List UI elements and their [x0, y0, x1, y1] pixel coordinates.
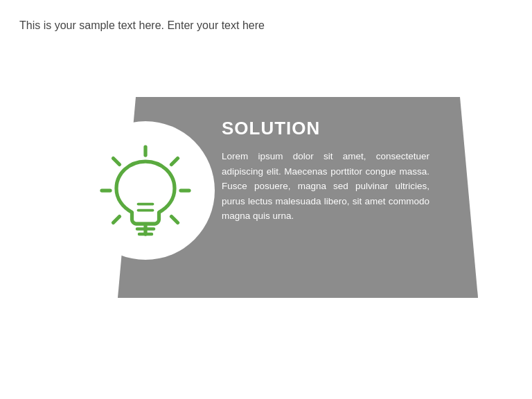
svg-line-4 [114, 159, 120, 165]
lightbulb-icon [94, 139, 197, 242]
svg-line-7 [114, 217, 120, 223]
svg-line-6 [172, 159, 178, 165]
svg-line-5 [172, 217, 178, 223]
sample-text: This is your sample text here. Enter you… [19, 19, 265, 32]
solution-title: SOLUTION [222, 118, 429, 139]
body-text: Lorem ipsum dolor sit amet, consectetuer… [222, 149, 429, 224]
card-content: SOLUTION Lorem ipsum dolor sit amet, con… [215, 111, 443, 231]
card-container: SOLUTION Lorem ipsum dolor sit amet, con… [76, 97, 478, 298]
